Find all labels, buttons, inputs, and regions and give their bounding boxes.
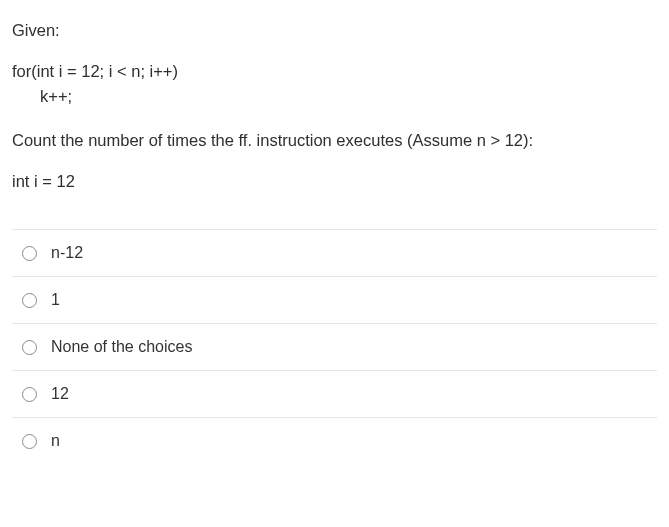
radio-icon [22, 387, 37, 402]
code-line-2: k++; [12, 84, 72, 110]
prompt-intro: Given: [12, 18, 657, 43]
choice-option[interactable]: n [12, 418, 657, 454]
prompt-ask: Count the number of times the ff. instru… [12, 128, 657, 153]
choice-label: n [51, 432, 60, 450]
choice-option[interactable]: 1 [12, 277, 657, 324]
radio-icon [22, 434, 37, 449]
code-block: for(int i = 12; i < n; i++) k++; [12, 59, 657, 110]
question-prompt: Given: for(int i = 12; i < n; i++) k++; … [12, 18, 657, 193]
choice-option[interactable]: n-12 [12, 230, 657, 277]
choice-label: 1 [51, 291, 60, 309]
choice-option[interactable]: None of the choices [12, 324, 657, 371]
choice-label: None of the choices [51, 338, 192, 356]
code-line-1: for(int i = 12; i < n; i++) [12, 62, 178, 80]
choice-label: 12 [51, 385, 69, 403]
choice-option[interactable]: 12 [12, 371, 657, 418]
radio-icon [22, 293, 37, 308]
choice-label: n-12 [51, 244, 83, 262]
radio-icon [22, 340, 37, 355]
prompt-target: int i = 12 [12, 169, 657, 194]
answer-choices: n-12 1 None of the choices 12 n [12, 229, 657, 454]
radio-icon [22, 246, 37, 261]
question-container: Given: for(int i = 12; i < n; i++) k++; … [0, 0, 669, 454]
